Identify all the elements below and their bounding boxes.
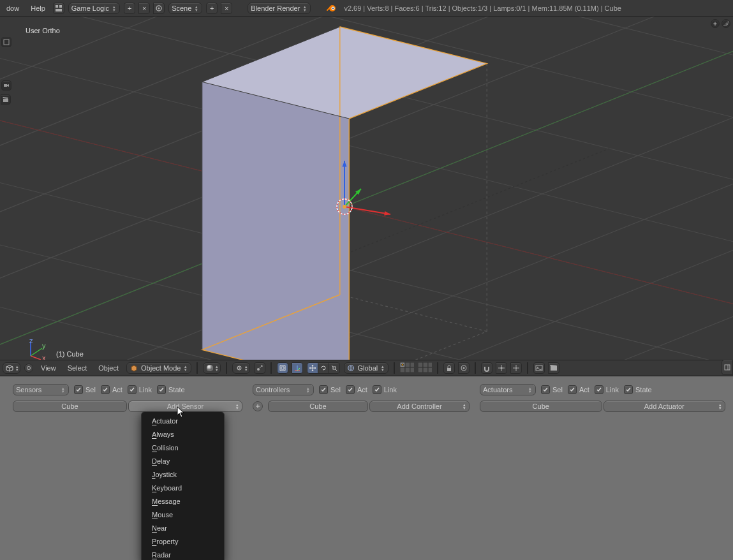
chevron-updown-icon [463, 403, 466, 409]
editor-type-dropdown[interactable] [3, 362, 20, 374]
sensor-menu-item[interactable]: Delay [142, 454, 224, 468]
menu-view[interactable]: View [37, 363, 60, 373]
chevron-updown-icon [719, 403, 722, 409]
translate-manipulator-icon[interactable] [307, 362, 318, 374]
viewport-persp-label: User Ortho [26, 27, 60, 34]
controllers-object-button[interactable]: Cube [268, 401, 368, 412]
sensor-menu-item[interactable]: Always [142, 427, 224, 441]
render-image-icon[interactable] [533, 362, 545, 374]
controllers-visibility-dropdown[interactable]: Controllers [253, 384, 314, 395]
render-anim-icon[interactable] [548, 362, 559, 374]
proportional-edit-dropdown[interactable] [458, 362, 470, 374]
last-op-icon[interactable] [1, 37, 11, 47]
orientation-label: Global [357, 364, 378, 372]
menu-help[interactable]: Help [27, 3, 49, 13]
actuators-object-button[interactable]: Cube [480, 401, 602, 412]
sensors-visibility-dropdown[interactable]: Sensors [13, 384, 69, 395]
controllers-column: Controllers Sel Act Link Cube Add Contro… [253, 384, 470, 560]
check-label: Link [384, 386, 397, 394]
layer-toggle-icon[interactable] [277, 362, 288, 374]
snap-target-dropdown[interactable] [510, 362, 522, 374]
actuators-sel-checkbox[interactable]: Sel [541, 385, 563, 394]
scene-browse-icon[interactable] [153, 3, 165, 14]
sensor-menu-item[interactable]: Mouse [142, 508, 224, 521]
actuators-visibility-dropdown[interactable]: Actuators [480, 384, 536, 395]
pivot-dropdown[interactable] [232, 362, 250, 374]
controllers-act-checkbox[interactable]: Act [346, 385, 367, 394]
controllers-header: Controllers Sel Act Link [253, 384, 470, 395]
globe-icon [347, 364, 355, 372]
collapse-menus-icon[interactable] [24, 364, 33, 372]
svg-rect-37 [400, 367, 405, 372]
sensors-object-button[interactable]: Cube [13, 401, 127, 412]
layers-grid-2[interactable] [418, 362, 432, 374]
layers-grid-1[interactable] [400, 362, 414, 374]
screen-layout-dropdown[interactable]: Game Logic [68, 3, 120, 14]
menu-window[interactable]: dow [3, 3, 23, 13]
camera-icon[interactable] [1, 80, 11, 91]
delete-screen-icon[interactable]: × [138, 3, 150, 14]
sensors-act-checkbox[interactable]: Act [101, 385, 122, 394]
shading-dropdown[interactable] [203, 362, 221, 374]
chevron-updown-icon [529, 387, 531, 393]
controllers-expand-icon[interactable] [253, 401, 263, 411]
add-screen-icon[interactable]: + [124, 3, 135, 14]
viewport-object-label: (1) Cube [56, 350, 84, 358]
separator [196, 362, 198, 374]
screen-browse-icon[interactable] [53, 3, 64, 14]
snap-element-dropdown[interactable] [496, 362, 507, 374]
render-engine-dropdown[interactable]: Blender Render [248, 3, 311, 14]
svg-point-24 [257, 368, 260, 371]
scene-dropdown[interactable]: Scene [168, 3, 202, 14]
viewport-left-toolbar [1, 37, 11, 105]
rotate-manipulator-icon[interactable] [318, 362, 329, 374]
3d-viewport[interactable]: User Ortho (1) Cube + z y x [0, 17, 733, 360]
add-scene-icon[interactable]: + [206, 3, 218, 14]
viewport-plus-icon[interactable]: + [711, 19, 720, 28]
add-actuator-label: Add Actuator [644, 402, 685, 410]
menu-object[interactable]: Object [94, 363, 122, 373]
sensors-state-checkbox[interactable]: State [157, 385, 185, 394]
chevron-updown-icon [236, 403, 239, 409]
mode-dropdown[interactable]: Object Mode [126, 362, 191, 374]
controllers-sel-checkbox[interactable]: Sel [319, 385, 341, 394]
controllers-link-checkbox[interactable]: Link [373, 385, 397, 394]
scene-label: Scene [172, 4, 191, 12]
actuators-object-row: Cube Add Actuator [480, 401, 725, 412]
add-actuator-dropdown[interactable]: Add Actuator [603, 401, 726, 412]
svg-line-15 [31, 356, 41, 360]
delete-scene-icon[interactable]: × [221, 3, 232, 14]
sensor-menu-item[interactable]: Radar [142, 548, 224, 560]
sensor-menu-item[interactable]: Message [142, 494, 224, 508]
sensors-link-checkbox[interactable]: Link [128, 385, 152, 394]
menu-select[interactable]: Select [64, 363, 91, 373]
viewport-split-icon[interactable] [722, 19, 730, 28]
snap-toggle-icon[interactable] [481, 362, 492, 374]
chevron-updown-icon [62, 387, 64, 393]
viewport-canvas[interactable] [0, 17, 733, 360]
sensor-menu-item[interactable]: Actuator [142, 414, 224, 427]
3dview-icon [4, 364, 15, 372]
actuators-act-checkbox[interactable]: Act [568, 385, 589, 394]
actuators-link-checkbox[interactable]: Link [595, 385, 619, 394]
manipulate-center-icon[interactable] [254, 362, 265, 374]
svg-point-7 [332, 7, 334, 8]
add-controller-dropdown[interactable]: Add Controller [369, 401, 470, 412]
manipulator-toggle-icon[interactable] [292, 362, 303, 374]
add-sensor-label: Add Sensor [167, 402, 204, 410]
lock-camera-icon[interactable] [443, 362, 455, 374]
sensor-menu-item[interactable]: Joystick [142, 468, 224, 481]
clapper-icon[interactable] [1, 94, 11, 105]
svg-point-42 [402, 364, 404, 366]
sensor-menu-item[interactable]: Keyboard [142, 481, 224, 494]
add-sensor-dropdown[interactable]: Add Sensor [128, 401, 242, 412]
right-panel-toggle-icon[interactable] [722, 360, 733, 375]
orientation-dropdown[interactable]: Global [344, 362, 389, 374]
actuators-state-checkbox[interactable]: State [624, 385, 652, 394]
scale-manipulator-icon[interactable] [329, 362, 340, 374]
sensor-menu-item[interactable]: Property [142, 534, 224, 548]
add-controller-label: Add Controller [397, 402, 441, 410]
sensor-menu-item[interactable]: Near [142, 521, 224, 534]
sensors-sel-checkbox[interactable]: Sel [74, 385, 96, 394]
sensor-menu-item[interactable]: Collision [142, 441, 224, 454]
